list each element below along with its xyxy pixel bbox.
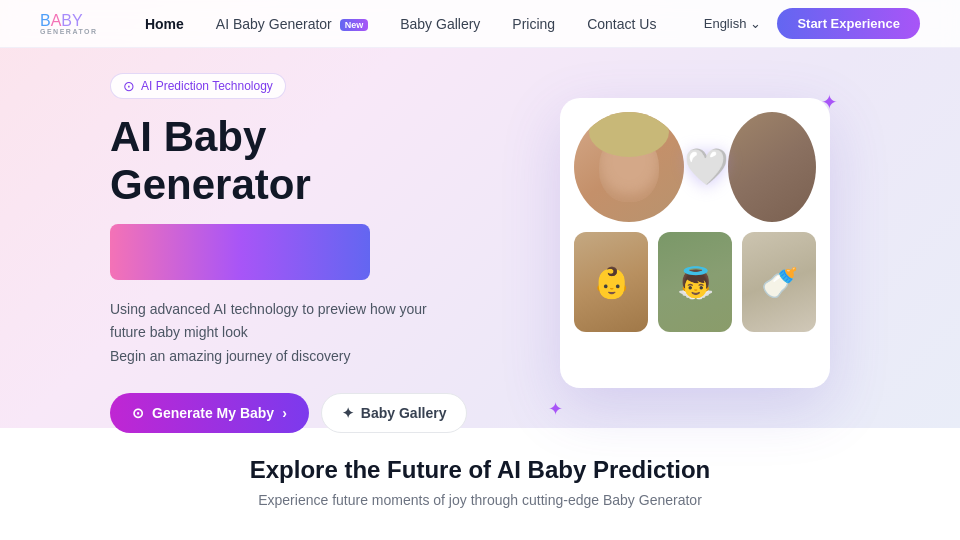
- collage-bottom-row: 👶 👼 🍼: [574, 232, 816, 332]
- generate-my-baby-button[interactable]: ⊙ Generate My Baby ›: [110, 393, 309, 433]
- start-experience-button[interactable]: Start Experience: [777, 8, 920, 39]
- dad-photo: [728, 112, 816, 222]
- gallery-icon: ✦: [342, 405, 354, 421]
- gallery-label: Baby Gallery: [361, 405, 447, 421]
- ai-badge-text: AI Prediction Technology: [141, 79, 273, 93]
- nav-ai-baby[interactable]: AI Baby Generator New: [216, 16, 368, 32]
- logo-text-b: B: [40, 12, 51, 29]
- nav-home[interactable]: Home: [145, 16, 184, 32]
- hero-gradient-bar: [110, 224, 370, 280]
- chevron-down-icon: ⌄: [750, 16, 761, 31]
- bottom-description: Experience future moments of joy through…: [40, 492, 920, 508]
- collage-card: ✦ 🤍 👶 👼 🍼: [560, 98, 830, 388]
- nav-contact[interactable]: Contact Us: [587, 16, 656, 32]
- ai-badge-icon: ⊙: [123, 78, 135, 94]
- hero-left: ⊙ AI Prediction Technology AI Baby Gener…: [110, 73, 500, 433]
- baby-gallery-button[interactable]: ✦ Baby Gallery: [321, 393, 468, 433]
- navbar: BABY GENERATOR Home AI Baby Generator Ne…: [0, 0, 960, 48]
- new-badge: New: [340, 19, 369, 31]
- logo-subtitle: GENERATOR: [40, 28, 98, 35]
- hero-section: ⊙ AI Prediction Technology AI Baby Gener…: [0, 48, 960, 428]
- baby-photo-2: 👼: [658, 232, 732, 332]
- baby-photo-1: 👶: [574, 232, 648, 332]
- nav-baby-gallery[interactable]: Baby Gallery: [400, 16, 480, 32]
- arrow-icon: ›: [282, 405, 287, 421]
- generate-icon: ⊙: [132, 405, 144, 421]
- nav-links: Home AI Baby Generator New Baby Gallery …: [145, 15, 656, 33]
- logo[interactable]: BABY GENERATOR: [40, 12, 98, 35]
- logo-text-by: BY: [61, 12, 82, 29]
- bottom-title: Explore the Future of AI Baby Prediction: [40, 456, 920, 484]
- language-selector[interactable]: English ⌄: [704, 16, 762, 31]
- nav-right: English ⌄ Start Experience: [704, 8, 920, 39]
- hero-title: AI Baby Generator: [110, 113, 500, 210]
- collage-top-row: 🤍: [574, 112, 816, 222]
- mom-photo: [574, 112, 684, 222]
- sparkle-top-icon: ✦: [821, 90, 838, 114]
- logo-text-a: A: [51, 12, 62, 29]
- baby-face-2: 👼: [658, 232, 732, 332]
- bottom-section: Explore the Future of AI Baby Prediction…: [0, 428, 960, 540]
- baby-face-3: 🍼: [742, 232, 816, 332]
- language-label: English: [704, 16, 747, 31]
- nav-pricing[interactable]: Pricing: [512, 16, 555, 32]
- baby-photo-3: 🍼: [742, 232, 816, 332]
- generate-label: Generate My Baby: [152, 405, 274, 421]
- hero-buttons: ⊙ Generate My Baby › ✦ Baby Gallery: [110, 393, 500, 433]
- sparkle-bottom-icon: ✦: [548, 398, 563, 420]
- hero-description: Using advanced AI technology to preview …: [110, 298, 500, 369]
- heart-icon: 🤍: [684, 146, 729, 188]
- baby-face-1: 👶: [574, 232, 648, 332]
- heart-center: 🤍: [694, 112, 718, 222]
- ai-badge: ⊙ AI Prediction Technology: [110, 73, 286, 99]
- hero-right: ✦ 🤍 👶 👼 🍼: [560, 98, 850, 408]
